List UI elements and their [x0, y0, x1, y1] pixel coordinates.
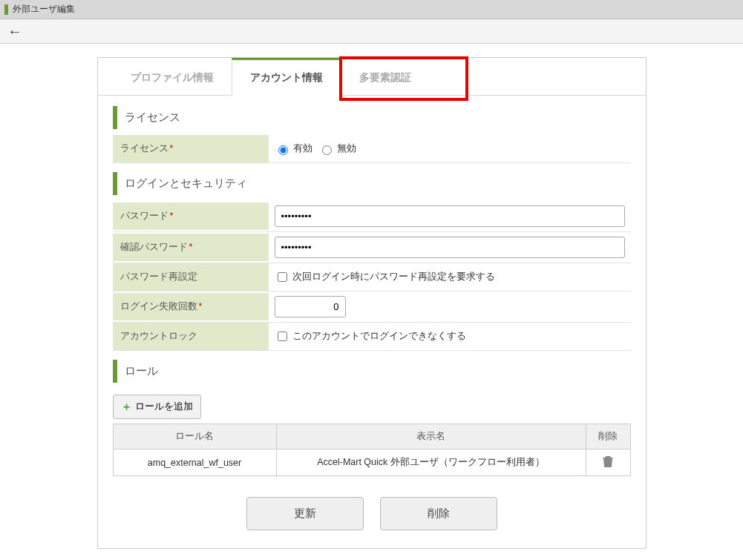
page-title: 外部ユーザ編集 — [13, 3, 75, 16]
label-confirm-password-text: 確認パスワード — [120, 242, 188, 252]
table-row: amq_external_wf_user Accel-Mart Quick 外部… — [113, 449, 630, 476]
radio-invalid-label: 無効 — [337, 142, 356, 155]
col-header-display-name: 表示名 — [276, 424, 586, 449]
label-password: パスワード* — [113, 202, 269, 230]
label-license-text: ライセンス — [120, 143, 168, 154]
content-area: プロファイル情報 アカウント情報 多要素認証 ライセンス ライセンス* 有効 — [0, 44, 743, 549]
tab-mfa[interactable]: 多要素認証 — [341, 58, 429, 95]
toolbar: ← — [0, 19, 743, 44]
header-accent — [4, 4, 8, 15]
trash-icon[interactable] — [603, 455, 613, 467]
update-button[interactable]: 更新 — [246, 497, 364, 530]
back-arrow-icon[interactable]: ← — [7, 23, 22, 39]
row-password-reset: パスワード再設定 次回ログイン時にパスワード再設定を要求する — [113, 263, 631, 291]
section-title-license: ライセンス — [113, 106, 631, 129]
add-role-label: ロールを追加 — [135, 401, 193, 413]
cell-display-name: Accel-Mart Quick 外部ユーザ（ワークフロー利用者） — [276, 449, 586, 476]
radio-license-valid[interactable]: 有効 — [275, 142, 312, 155]
cell-role-name: amq_external_wf_user — [113, 449, 276, 476]
radio-valid-input[interactable] — [278, 145, 288, 155]
label-login-fail-count-text: ログイン失敗回数 — [120, 301, 197, 312]
password-field[interactable] — [275, 205, 625, 227]
edit-panel: プロファイル情報 アカウント情報 多要素認証 ライセンス ライセンス* 有効 — [97, 57, 647, 549]
chk-account-lock[interactable]: このアカウントでログインできなくする — [275, 329, 466, 343]
row-license: ライセンス* 有効 無効 — [113, 135, 631, 163]
role-table: ロール名 表示名 削除 amq_external_wf_user Accel-M… — [113, 424, 631, 476]
chk-password-reset-label: 次回ログイン時にパスワード再設定を要求する — [292, 271, 495, 283]
label-license: ライセンス* — [113, 135, 269, 162]
label-password-reset: パスワード再設定 — [113, 263, 269, 291]
radio-invalid-input[interactable] — [322, 145, 332, 155]
section-title-role: ロール — [113, 360, 631, 383]
row-password: パスワード* — [113, 201, 631, 231]
required-mark: * — [170, 143, 174, 154]
section-title-login: ログインとセキュリティ — [113, 172, 631, 195]
confirm-password-field[interactable] — [275, 237, 625, 258]
row-confirm-password: 確認パスワード* — [113, 231, 631, 263]
delete-button[interactable]: 削除 — [380, 497, 497, 530]
label-password-text: パスワード — [120, 211, 168, 221]
chk-account-lock-input[interactable] — [278, 332, 287, 341]
plus-icon: ＋ — [121, 400, 132, 414]
tab-bar: プロファイル情報 アカウント情報 多要素認証 — [98, 58, 646, 96]
row-account-lock: アカウントロック このアカウントでログインできなくする — [113, 322, 631, 351]
button-row: 更新 削除 — [113, 497, 631, 530]
required-mark: * — [199, 301, 203, 312]
required-mark: * — [189, 242, 193, 252]
chk-account-lock-label: このアカウントでログインできなくする — [292, 330, 466, 343]
add-role-button[interactable]: ＋ ロールを追加 — [113, 395, 201, 419]
col-header-role-name: ロール名 — [113, 424, 276, 449]
label-login-fail-count: ログイン失敗回数* — [113, 293, 269, 320]
radio-valid-label: 有効 — [293, 142, 312, 155]
label-confirm-password: 確認パスワード* — [113, 234, 269, 261]
login-fail-count-field[interactable] — [275, 296, 346, 317]
tab-account[interactable]: アカウント情報 — [232, 58, 341, 96]
tab-profile[interactable]: プロファイル情報 — [113, 58, 232, 95]
chk-password-reset[interactable]: 次回ログイン時にパスワード再設定を要求する — [275, 270, 495, 284]
label-account-lock: アカウントロック — [113, 323, 269, 350]
window-header: 外部ユーザ編集 — [0, 0, 743, 19]
col-header-delete: 削除 — [586, 424, 630, 449]
chk-password-reset-input[interactable] — [278, 272, 287, 282]
row-login-fail-count: ログイン失敗回数* — [113, 291, 631, 322]
required-mark: * — [170, 211, 174, 221]
radio-license-invalid[interactable]: 無効 — [318, 142, 356, 155]
